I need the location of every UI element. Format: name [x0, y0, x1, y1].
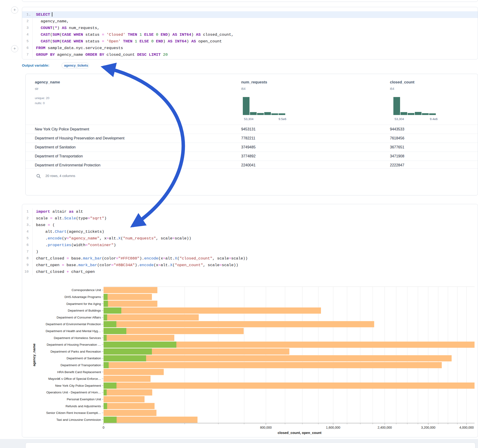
line-number: 10	[22, 268, 32, 275]
line-number: 5	[22, 235, 32, 242]
y-axis-label: Department of Housing Preservation …	[47, 343, 101, 346]
line-number: 2	[22, 18, 32, 25]
code-line[interactable]: 1import altair as alt	[22, 208, 478, 215]
code-line[interactable]: 10chart_closed + chart_open	[22, 268, 478, 275]
bar-open_count	[104, 321, 116, 327]
column-header-agency-name[interactable]: agency_name	[35, 80, 60, 84]
bar-closed_count	[104, 396, 145, 402]
code-line[interactable]: 3 COUNT(*) AS num_requests,	[22, 25, 478, 31]
python-code-editor[interactable]: 1import altair as alt2scale = alt.Scale(…	[22, 208, 478, 275]
code-line[interactable]: 3⌄base = (	[22, 222, 478, 228]
column-meta-unique: unique: 20	[35, 96, 49, 100]
code-line[interactable]: 7)	[22, 249, 478, 255]
code-line[interactable]: 2 agency_name,	[22, 18, 478, 25]
table-row: New York City Police Department945313194…	[25, 125, 478, 134]
y-axis-label: Department of Parks and Recreation	[50, 350, 101, 353]
column-header-closed-count[interactable]: closed_count	[390, 80, 414, 84]
cell-num-requests: 3749485	[241, 143, 256, 152]
y-axis-label: Department of Transportation	[60, 363, 101, 367]
y-axis-label: Operations Unit - Department of Hom…	[46, 391, 101, 394]
cell-closed-count: 3471908	[390, 152, 404, 161]
code-line[interactable]: 9chart_open = base.mark_bar(color="#8BC3…	[22, 262, 478, 268]
line-number: 7	[22, 249, 32, 255]
cell-agency-name: New York City Police Department	[35, 125, 89, 134]
bar-closed_count	[104, 301, 157, 307]
bar-closed_count	[104, 294, 152, 300]
histogram-min-label: 53,304	[244, 117, 253, 121]
sql-cell[interactable]: 1⌄SELECT2 agency_name,3 COUNT(*) AS num_…	[22, 7, 478, 59]
line-number: 6	[22, 45, 32, 51]
bar-closed_count	[104, 417, 198, 423]
line-number: 9	[22, 262, 32, 268]
line-number: 2	[22, 215, 32, 222]
bar-open_count	[104, 314, 107, 321]
x-axis-tick-label: 4,000,000	[459, 426, 474, 429]
x-axis-tick-label: 1,600,000	[326, 426, 340, 429]
x-axis-tick-label: 2,400,000	[377, 426, 392, 429]
previous-cell-edge	[22, 0, 478, 2]
closed-count-histogram	[393, 97, 440, 116]
y-axis-label: New York City Police Department	[55, 384, 101, 387]
y-axis-label: Department of Sanitation	[67, 356, 101, 360]
bar-closed_count	[104, 287, 157, 293]
code-line[interactable]: 6FROM sample_data.nyc.service_requests	[22, 45, 478, 51]
code-line[interactable]: 7GROUP BY agency_name ORDER BY closed_co…	[22, 51, 478, 58]
histogram-max-label: 9.4e6	[430, 117, 438, 121]
cell-num-requests: 9453131	[241, 125, 256, 134]
bar-closed_count	[104, 362, 442, 368]
bar-closed_count	[104, 410, 157, 416]
bar-closed_count	[104, 314, 199, 321]
text-caret	[52, 12, 52, 17]
y-axis-label: DHS Advantage Programs	[65, 295, 101, 299]
y-axis-label: Department of Homeless Services	[54, 336, 101, 340]
output-variable-pill[interactable]: agency_tickets	[62, 63, 89, 68]
y-axis-title: agency_name	[32, 343, 36, 366]
column-header-num-requests[interactable]: num_requests	[241, 80, 267, 84]
table-row: Department of Housing Preservation and D…	[25, 134, 478, 143]
add-cell-button[interactable]: +	[11, 6, 18, 14]
y-axis-label: Taxi and Limousine Commission	[56, 418, 101, 422]
bar-closed_count	[104, 383, 475, 389]
code-line[interactable]: 5 .encode(y="agency_name", x=alt.X("num_…	[22, 235, 478, 242]
y-axis-label: Mayorâ€ s Office of Special Enforce…	[48, 377, 101, 380]
bar-closed_count	[104, 369, 164, 375]
bar-closed_count	[104, 307, 321, 314]
line-number: 6	[22, 242, 32, 249]
column-dtype: i64	[390, 87, 394, 91]
bar-closed_count	[104, 335, 174, 341]
histogram-max-label: 9.5e6	[278, 117, 286, 121]
bar-open_count	[104, 307, 121, 314]
num-requests-histogram	[243, 97, 289, 116]
code-line[interactable]: 2scale = alt.Scale(type="sqrt")	[22, 215, 478, 222]
column-meta-nulls: nulls: 0	[35, 101, 45, 105]
code-line[interactable]: 4 CAST(SUM(CASE WHEN status = 'Closed' T…	[22, 31, 478, 38]
bar-open_count	[104, 342, 176, 348]
y-axis-label: Senior Citizen Rent Increase Exempti…	[46, 411, 101, 415]
cell-num-requests: 7782211	[241, 134, 255, 143]
cell-num-requests: 3774892	[241, 152, 256, 161]
y-axis-label: Department of Health and Mental Hyg…	[46, 329, 101, 333]
cell-closed-count: 3677651	[390, 143, 404, 152]
code-line[interactable]: 1⌄SELECT	[22, 11, 478, 18]
code-line[interactable]: 5 CAST(SUM(CASE WHEN status = 'Open' THE…	[22, 38, 478, 45]
code-line[interactable]: 4 alt.Chart(agency_tickets)	[22, 228, 478, 235]
bar-open_count	[104, 383, 116, 389]
y-axis-label: Correspondence Unit	[71, 288, 101, 292]
search-icon[interactable]	[36, 174, 41, 179]
x-axis-title: closed_count, open_count	[278, 431, 321, 435]
collapse-chevron-icon[interactable]: ⌄	[29, 222, 31, 229]
code-line[interactable]: 8chart_closed = base.mark_bar(color="#FF…	[22, 255, 478, 262]
line-number: 4	[22, 228, 32, 235]
sql-code-editor[interactable]: 1⌄SELECT2 agency_name,3 COUNT(*) AS num_…	[22, 11, 478, 58]
y-axis-label: Personal Exemption Unit	[67, 398, 101, 401]
code-line[interactable]: 6 .properties(width="container")	[22, 242, 478, 249]
bar-open_count	[104, 335, 107, 341]
add-cell-button[interactable]: +	[11, 45, 18, 52]
collapse-chevron-icon[interactable]: ⌄	[29, 12, 31, 18]
cell-agency-name: Department of Housing Preservation and D…	[35, 134, 125, 143]
bar-closed_count	[104, 389, 152, 395]
line-number: 4	[22, 31, 32, 38]
python-cell[interactable]: 1import altair as alt2scale = alt.Scale(…	[22, 204, 478, 437]
line-number: 3	[22, 25, 32, 31]
cell-agency-name: Department of Sanitation	[35, 143, 76, 152]
